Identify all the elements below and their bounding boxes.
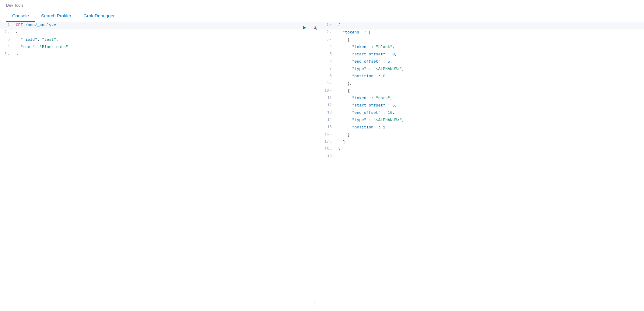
output-line-11: 11 "token" : "cats", <box>322 95 644 103</box>
out-num-4: 4 <box>322 44 337 50</box>
out-content-5: "start_offset" : 0, <box>337 51 644 58</box>
out-content-6: "end_offset" : 5, <box>337 59 644 65</box>
output-editor: 1 ▾ { 2 ▾ "tokens" : [ 3 ▾ { 4 "token" :… <box>322 22 644 309</box>
out-content-4: "token" : "black", <box>337 44 644 51</box>
out-num-8: 8 <box>322 73 337 79</box>
line-num-4: 4 <box>0 44 15 50</box>
run-button[interactable] <box>300 23 308 32</box>
out-num-18: 18 ▴ <box>322 146 337 152</box>
out-content-1: { <box>337 22 644 29</box>
tab-console[interactable]: Console <box>6 10 35 22</box>
out-content-18: } <box>337 146 644 153</box>
brace-close: } <box>16 52 18 57</box>
line-num-1: 1 <box>0 22 15 28</box>
fold-arrow-2[interactable]: ▾ <box>8 30 10 35</box>
line-num-3: 3 <box>0 37 15 43</box>
editor-pane: 1 GET /aaa/_analyze 2 ▾ { 3 "field": "te… <box>0 22 322 309</box>
out-num-2: 2 ▾ <box>322 30 337 35</box>
out-num-7: 7 <box>322 66 337 72</box>
key-field: "field" <box>21 37 37 42</box>
editor-toolbar <box>300 23 319 32</box>
out-content-14: "type" : "<ALPHANUM>", <box>337 117 644 124</box>
app-title: Dev Tools <box>6 3 638 10</box>
line-content-3[interactable]: "field": "test", <box>15 37 322 43</box>
output-line-7: 7 "type" : "<ALPHANUM>", <box>322 66 644 73</box>
bottom-dots: ⋮ <box>311 300 317 306</box>
line-num-5: 5 ▴ <box>0 51 15 57</box>
out-content-17: ] <box>337 139 644 145</box>
editor-line-2: 2 ▾ { <box>0 30 322 37</box>
output-line-17: 17 ▴ ] <box>322 139 644 146</box>
out-content-9: }, <box>337 81 644 87</box>
wrench-button[interactable] <box>311 23 319 32</box>
output-line-12: 12 "start_offset" : 6, <box>322 103 644 110</box>
output-line-5: 5 "start_offset" : 0, <box>322 51 644 59</box>
out-num-19: 19 <box>322 154 337 159</box>
out-num-5: 5 <box>322 51 337 57</box>
output-line-18: 18 ▴ } <box>322 146 644 154</box>
line-num-2: 2 ▾ <box>0 30 15 35</box>
output-line-14: 14 "type" : "<ALPHANUM>", <box>322 117 644 124</box>
line-content-1[interactable]: GET /aaa/_analyze <box>15 22 322 29</box>
output-line-8: 8 "position" : 0 <box>322 73 644 81</box>
out-content-7: "type" : "<ALPHANUM>", <box>337 66 644 72</box>
out-num-6: 6 <box>322 59 337 65</box>
out-num-15: 15 <box>322 124 337 130</box>
editor-line-3: 3 "field": "test", <box>0 37 322 44</box>
editor-line-1: 1 GET /aaa/_analyze <box>0 22 322 30</box>
output-line-3: 3 ▾ { <box>322 37 644 44</box>
output-line-9: 9 ▴ }, <box>322 81 644 88</box>
line-content-4[interactable]: "text": "Black-cats" <box>15 44 322 51</box>
line-content-5[interactable]: } <box>15 51 322 58</box>
out-content-2: "tokens" : [ <box>337 30 644 36</box>
fold-arrow-5[interactable]: ▴ <box>8 52 10 57</box>
tab-bar: Console Search Profiler Grok Debugger <box>6 10 638 22</box>
out-num-10: 10 ▾ <box>322 88 337 94</box>
out-content-13: "end_offset" : 10, <box>337 110 644 116</box>
line-content-2[interactable]: { <box>15 30 322 36</box>
play-icon <box>302 25 306 30</box>
code-editor[interactable]: 1 GET /aaa/_analyze 2 ▾ { 3 "field": "te… <box>0 22 322 309</box>
out-num-9: 9 ▴ <box>322 81 337 86</box>
tab-search-profiler[interactable]: Search Profiler <box>35 10 77 22</box>
out-num-3: 3 ▾ <box>322 37 337 43</box>
output-line-4: 4 "token" : "black", <box>322 44 644 51</box>
output-line-2: 2 ▾ "tokens" : [ <box>322 30 644 37</box>
output-line-19: 19 <box>322 154 644 161</box>
app-header: Dev Tools Console Search Profiler Grok D… <box>0 0 644 22</box>
brace-open: { <box>16 30 18 35</box>
out-content-8: "position" : 0 <box>337 73 644 80</box>
output-line-10: 10 ▾ { <box>322 88 644 95</box>
out-content-11: "token" : "cats", <box>337 95 644 102</box>
path-text: /aaa/_analyze <box>25 23 56 27</box>
out-num-13: 13 <box>322 110 337 116</box>
output-line-1: 1 ▾ { <box>322 22 644 30</box>
editor-line-5: 5 ▴ } <box>0 51 322 59</box>
wrench-icon <box>313 25 317 30</box>
svg-marker-0 <box>303 26 306 30</box>
tab-grok-debugger[interactable]: Grok Debugger <box>77 10 121 22</box>
out-num-17: 17 ▴ <box>322 139 337 145</box>
out-num-16: 16 ▴ <box>322 132 337 138</box>
out-num-14: 14 <box>322 117 337 123</box>
output-line-16: 16 ▴ } <box>322 132 644 139</box>
output-pane: 1 ▾ { 2 ▾ "tokens" : [ 3 ▾ { 4 "token" :… <box>322 22 644 309</box>
out-num-11: 11 <box>322 95 337 101</box>
out-num-12: 12 <box>322 103 337 108</box>
colon-2: : <box>35 45 40 49</box>
method-keyword: GET <box>16 23 23 27</box>
out-content-16: } <box>337 132 644 138</box>
output-line-6: 6 "end_offset" : 5, <box>322 59 644 66</box>
main-content: 1 GET /aaa/_analyze 2 ▾ { 3 "field": "te… <box>0 22 644 309</box>
output-line-15: 15 "position" : 1 <box>322 124 644 132</box>
output-line-13: 13 "end_offset" : 10, <box>322 110 644 117</box>
editor-line-4: 4 "text": "Black-cats" <box>0 44 322 51</box>
val-black-cats: "Black-cats" <box>40 45 68 49</box>
colon-1: : <box>37 37 42 42</box>
out-num-1: 1 ▾ <box>322 22 337 28</box>
key-text: "text" <box>21 45 35 49</box>
out-content-15: "position" : 1 <box>337 124 644 131</box>
out-content-10: { <box>337 88 644 94</box>
out-content-3: { <box>337 37 644 43</box>
out-content-12: "start_offset" : 6, <box>337 103 644 109</box>
